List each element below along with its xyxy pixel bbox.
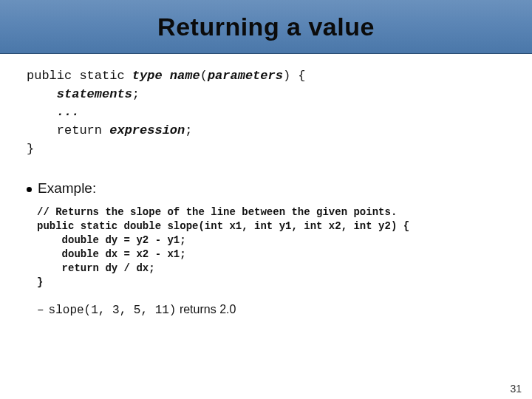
semi: ;	[132, 87, 140, 101]
code-line-4: double dx = x2 - x1;	[37, 248, 186, 260]
placeholder-name: name	[170, 69, 200, 83]
code-line-2: public static double slope(int x1, int y…	[37, 220, 409, 232]
code-line-3: double dy = y2 - y1;	[37, 234, 186, 246]
result-word: returns	[176, 303, 219, 316]
syntax-template: public static type name(parameters) { st…	[27, 67, 505, 158]
code-line-1: // Returns the slope of the line between…	[37, 206, 397, 218]
lbrace: {	[290, 69, 305, 83]
placeholder-parameters: parameters	[208, 69, 283, 83]
slide-body: public static type name(parameters) { st…	[0, 54, 532, 317]
semi2: ;	[185, 123, 192, 137]
bullet-icon	[27, 187, 32, 192]
page-number: 31	[510, 383, 522, 395]
placeholder-type: type	[132, 69, 163, 83]
rbrace: }	[27, 142, 34, 156]
dash-icon: –	[37, 304, 44, 317]
kw-public: public	[27, 69, 72, 83]
result-value: 2.0	[219, 303, 236, 316]
lparen: (	[200, 69, 208, 83]
placeholder-expression: expression	[109, 123, 185, 137]
example-result: –slope(1, 3, 5, 11) returns 2.0	[37, 303, 505, 317]
result-call: slope(1, 3, 5, 11)	[49, 304, 177, 317]
rparen: )	[283, 69, 290, 83]
example-code: // Returns the slope of the line between…	[37, 205, 505, 289]
example-heading: Example:	[27, 180, 505, 197]
slide-title: Returning a value	[157, 13, 375, 41]
slide: Returning a value public static type nam…	[0, 0, 532, 399]
placeholder-statements: statements	[57, 87, 132, 101]
kw-static: static	[79, 69, 124, 83]
example-label-text: Example:	[38, 180, 96, 196]
ellipsis: ...	[57, 105, 80, 119]
kw-return: return	[57, 123, 102, 137]
title-bar: Returning a value	[0, 0, 532, 54]
code-line-6: }	[37, 276, 43, 288]
code-line-5: return dy / dx;	[37, 262, 155, 274]
